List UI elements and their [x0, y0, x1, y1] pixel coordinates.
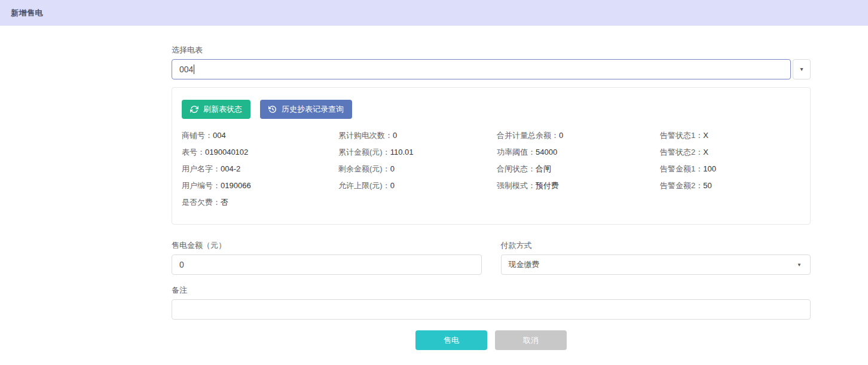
main-content: 选择电表 004 ▾ 刷新表状态 历史抄表记录查询 [172, 45, 811, 350]
page-title: 新增售电 [11, 8, 43, 19]
info-item-label: 是否欠费： [182, 198, 221, 207]
meter-select-label: 选择电表 [172, 45, 811, 56]
info-item: 用户名字：004-2 [182, 161, 338, 177]
info-item: 告警金额1：100 [660, 161, 800, 177]
info-item-label: 商铺号： [182, 131, 213, 140]
info-item-value: 0 [393, 131, 397, 140]
info-item-value: 预付费 [536, 181, 559, 190]
info-item-label: 强制模式： [497, 181, 536, 190]
sale-amount-input[interactable] [172, 254, 482, 275]
info-item-value: 110.01 [390, 148, 414, 157]
info-item: 剩余金额(元)：0 [338, 161, 497, 177]
refresh-meter-status-button[interactable]: 刷新表状态 [182, 100, 250, 119]
info-item-value: 否 [221, 198, 228, 207]
info-item-label: 允许上限(元)： [338, 181, 390, 190]
info-item-value: 0190066 [221, 181, 251, 190]
footer-buttons: 售电 取消 [172, 330, 811, 350]
info-item-value: 004-2 [221, 164, 240, 173]
info-item-label: 合闸状态： [497, 164, 536, 173]
info-item-label: 用户编号： [182, 181, 221, 190]
remark-input[interactable] [172, 299, 811, 320]
payment-method-label: 付款方式 [501, 240, 811, 251]
info-item-label: 合并计量总余额： [497, 131, 559, 140]
info-item-value: 0 [559, 131, 563, 140]
meter-status-card: 刷新表状态 历史抄表记录查询 商铺号：004表号：0190040102用户名字：… [172, 87, 811, 225]
info-item-value: 0 [390, 164, 395, 173]
info-item-value: 100 [703, 164, 716, 173]
meter-select-field: 选择电表 004 ▾ [172, 45, 811, 79]
history-records-button[interactable]: 历史抄表记录查询 [260, 100, 352, 119]
info-item-value: 54000 [536, 148, 557, 157]
payment-method-field: 付款方式 现金缴费 ▼ [501, 240, 811, 275]
info-item-label: 告警金额1： [660, 164, 703, 173]
payment-method-select[interactable]: 现金缴费 ▼ [501, 254, 811, 275]
info-item: 强制模式：预付费 [497, 177, 660, 194]
history-icon [268, 105, 277, 114]
info-item: 表号：0190040102 [182, 144, 338, 161]
info-item: 功率阈值：54000 [497, 144, 660, 161]
info-column: 商铺号：004表号：0190040102用户名字：004-2用户编号：01900… [182, 127, 338, 211]
info-item-value: X [703, 148, 708, 157]
meter-info-grid: 商铺号：004表号：0190040102用户名字：004-2用户编号：01900… [182, 127, 800, 211]
history-button-label: 历史抄表记录查询 [282, 104, 344, 115]
sell-electricity-button[interactable]: 售电 [415, 330, 487, 350]
meter-select-value: 004 [179, 65, 193, 74]
meter-select-dropdown-button[interactable]: ▾ [793, 59, 811, 79]
info-item-label: 表号： [182, 148, 205, 157]
remark-field: 备注 [172, 285, 811, 320]
info-column: 累计购电次数：0累计金额(元)：110.01剩余金额(元)：0允许上限(元)：0 [338, 127, 497, 211]
meter-select-combo: 004 ▾ [172, 59, 811, 79]
text-cursor [194, 65, 194, 74]
info-column: 合并计量总余额：0功率阈值：54000合闸状态：合闸强制模式：预付费 [497, 127, 660, 211]
info-item-label: 告警状态1： [660, 131, 703, 140]
meter-status-actions: 刷新表状态 历史抄表记录查询 [182, 100, 800, 119]
select-caret-icon: ▼ [797, 262, 802, 268]
info-item: 告警状态1：X [660, 127, 800, 144]
info-item-value: 0190040102 [205, 148, 248, 157]
info-item: 告警金额2：50 [660, 177, 800, 194]
cancel-button[interactable]: 取消 [495, 330, 567, 350]
info-item-label: 累计金额(元)： [338, 148, 390, 157]
remark-label: 备注 [172, 285, 811, 296]
info-item-label: 剩余金额(元)： [338, 164, 390, 173]
info-item-label: 累计购电次数： [338, 131, 393, 140]
info-item: 合并计量总余额：0 [497, 127, 660, 144]
sale-amount-field: 售电金额（元） [172, 240, 482, 275]
meter-select-input[interactable]: 004 [172, 59, 791, 79]
info-item-label: 功率阈值： [497, 148, 536, 157]
info-item: 告警状态2：X [660, 144, 800, 161]
refresh-icon [190, 105, 198, 114]
info-column: 告警状态1：X告警状态2：X告警金额1：100告警金额2：50 [660, 127, 800, 211]
refresh-button-label: 刷新表状态 [203, 104, 242, 115]
info-item: 商铺号：004 [182, 127, 338, 144]
info-item-label: 告警金额2： [660, 181, 703, 190]
info-item-value: 50 [703, 181, 711, 190]
sale-amount-label: 售电金额（元） [172, 240, 482, 251]
info-item-value: 004 [213, 131, 226, 140]
payment-method-value: 现金缴费 [509, 259, 540, 270]
info-item-label: 用户名字： [182, 164, 221, 173]
info-item: 累计购电次数：0 [338, 127, 497, 144]
info-item-value: X [703, 131, 708, 140]
info-item-value: 合闸 [536, 164, 551, 173]
info-item: 是否欠费：否 [182, 194, 338, 211]
info-item: 累计金额(元)：110.01 [338, 144, 497, 161]
chevron-down-icon: ▾ [800, 66, 803, 72]
info-item: 用户编号：0190066 [182, 177, 338, 194]
page-header: 新增售电 [0, 0, 868, 26]
info-item: 允许上限(元)：0 [338, 177, 497, 194]
info-item: 合闸状态：合闸 [497, 161, 660, 177]
amount-payment-row: 售电金额（元） 付款方式 现金缴费 ▼ [172, 240, 811, 275]
info-item-label: 告警状态2： [660, 148, 703, 157]
info-item-value: 0 [390, 181, 395, 190]
